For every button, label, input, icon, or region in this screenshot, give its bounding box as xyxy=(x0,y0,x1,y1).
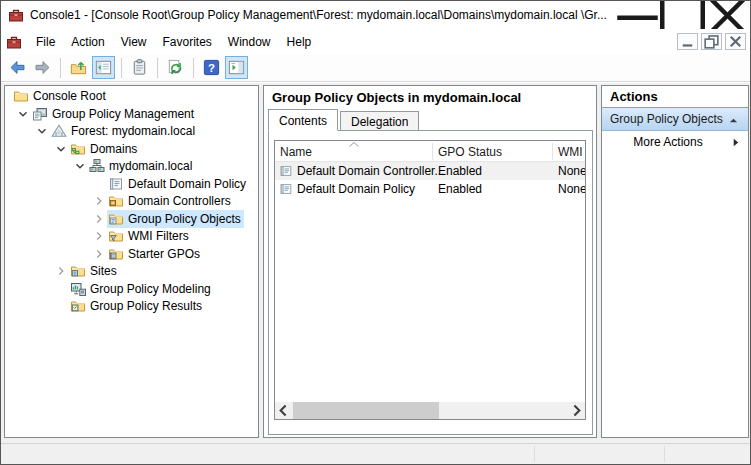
tree-item-body[interactable]: Domain Controllers xyxy=(107,192,234,210)
child-restore-button[interactable] xyxy=(701,33,722,50)
horizontal-scrollbar[interactable] xyxy=(275,402,585,419)
tree-item-body[interactable]: Sites xyxy=(69,262,120,280)
folder-results-icon xyxy=(70,298,86,314)
menu-view[interactable]: View xyxy=(113,32,155,52)
scroll-left-button[interactable] xyxy=(275,402,292,419)
status-bar xyxy=(1,443,750,464)
tree-item-body[interactable]: Default Domain Policy xyxy=(107,175,249,193)
collapse-group-icon[interactable] xyxy=(728,115,739,126)
tree-item-forest-mydomain-local[interactable]: Forest: mydomain.local xyxy=(5,123,258,140)
help-button[interactable]: ? xyxy=(200,56,223,79)
more-actions-item[interactable]: More Actions xyxy=(602,131,748,153)
cell-wmi: None xyxy=(558,182,586,196)
tree-item-body[interactable]: mydomain.local xyxy=(88,157,195,175)
selected-tree-item[interactable]: Group Policy Objects xyxy=(107,210,244,228)
results-pane: Group Policy Objects in mydomain.local C… xyxy=(263,85,597,438)
folder-ou-icon xyxy=(108,193,124,209)
tree-item-label: Starter GPOs xyxy=(128,246,200,262)
tree-item-wmi-filters[interactable]: WMI Filters xyxy=(5,228,258,245)
cell-name: Default Domain Policy xyxy=(297,182,415,196)
chevron-down-icon[interactable] xyxy=(53,141,69,157)
tree-item-body[interactable]: Console Root xyxy=(12,87,109,105)
refresh-button[interactable] xyxy=(164,56,187,79)
column-header-name[interactable]: Name xyxy=(280,145,312,159)
child-close-icon xyxy=(726,32,745,51)
back-button[interactable] xyxy=(6,56,29,79)
tree-item-body[interactable]: Group Policy Modeling xyxy=(69,280,214,298)
tree-item-body[interactable]: Group Policy Management xyxy=(31,105,197,123)
chevron-down-icon[interactable] xyxy=(72,158,88,174)
tree-item-body[interactable]: WMI Filters xyxy=(107,227,192,245)
main-area: Console RootGroup Policy ManagementFores… xyxy=(1,83,750,445)
clipboard-button[interactable] xyxy=(128,56,151,79)
chevron-down-icon[interactable] xyxy=(15,106,31,122)
tree-item-starter-gpos[interactable]: Starter GPOs xyxy=(5,246,258,263)
gpo-row-default-domain-policy[interactable]: Default Domain PolicyEnabledNone xyxy=(275,180,585,198)
modeling-icon xyxy=(70,281,86,297)
cell-gpo-status: Enabled xyxy=(438,164,482,178)
console-tree: Console RootGroup Policy ManagementFores… xyxy=(5,86,258,437)
menu-action[interactable]: Action xyxy=(63,32,112,52)
menu-help[interactable]: Help xyxy=(279,32,320,52)
column-divider[interactable] xyxy=(432,143,433,160)
up-one-level-button[interactable] xyxy=(67,56,90,79)
chevron-right-icon[interactable] xyxy=(91,228,107,244)
tree-item-group-policy-management[interactable]: Group Policy Management xyxy=(5,106,258,123)
gpm-icon xyxy=(32,106,48,122)
tree-item-domain-controllers[interactable]: Domain Controllers xyxy=(5,193,258,210)
tree-item-body[interactable]: Domains xyxy=(69,140,140,158)
scroll-right-icon xyxy=(568,402,585,419)
maximize-button[interactable] xyxy=(660,1,705,29)
help-icon: ? xyxy=(202,58,221,77)
tree-item-default-domain-policy[interactable]: Default Domain Policy xyxy=(5,176,258,193)
console-tree-button[interactable] xyxy=(92,56,115,79)
minimize-button[interactable] xyxy=(615,1,660,29)
column-header-gpo-status[interactable]: GPO Status xyxy=(438,145,502,159)
tree-item-body[interactable]: Group Policy Results xyxy=(69,297,205,315)
chevron-right-icon[interactable] xyxy=(53,263,69,279)
gpo-row-default-domain-controller[interactable]: Default Domain Controller...EnabledNone xyxy=(275,162,585,180)
tree-item-label: Default Domain Policy xyxy=(128,176,246,192)
mmc-app-icon xyxy=(8,7,24,23)
actions-group-label: Group Policy Objects xyxy=(610,112,723,126)
tab-delegation[interactable]: Delegation xyxy=(340,111,419,130)
tree-item-group-policy-objects[interactable]: Group Policy Objects xyxy=(5,211,258,228)
tree-item-mydomain-local[interactable]: mydomain.local xyxy=(5,158,258,175)
child-close-button[interactable] xyxy=(725,33,746,50)
child-minimize-button[interactable] xyxy=(677,33,698,50)
tree-item-console-root[interactable]: Console Root xyxy=(5,88,258,105)
menu-file[interactable]: File xyxy=(28,32,63,52)
actions-group-header[interactable]: Group Policy Objects xyxy=(602,108,748,131)
scroll-right-button[interactable] xyxy=(568,402,585,419)
child-minimize-icon xyxy=(678,32,697,51)
cell-name: Default Domain Controller... xyxy=(297,164,444,178)
tab-contents[interactable]: Contents xyxy=(268,109,338,131)
menu-window[interactable]: Window xyxy=(220,32,279,52)
child-restore-icon xyxy=(702,32,721,51)
tree-item-sites[interactable]: Sites xyxy=(5,263,258,280)
chevron-down-icon[interactable] xyxy=(34,123,50,139)
folder-wmi-icon xyxy=(108,228,124,244)
list-header: NameGPO StatusWMI xyxy=(275,141,585,162)
tree-item-group-policy-results[interactable]: Group Policy Results xyxy=(5,298,258,315)
close-button[interactable] xyxy=(705,1,750,29)
tree-item-label: Forest: mydomain.local xyxy=(71,123,195,139)
tree-item-body[interactable]: Forest: mydomain.local xyxy=(50,122,198,140)
tree-item-domains[interactable]: Domains xyxy=(5,141,258,158)
forward-button[interactable] xyxy=(31,56,54,79)
toolbar: ? xyxy=(1,54,750,82)
chevron-right-icon[interactable] xyxy=(91,193,107,209)
action-pane-button[interactable] xyxy=(225,56,248,79)
svg-text:?: ? xyxy=(208,62,215,74)
menu-favorites[interactable]: Favorites xyxy=(155,32,220,52)
chevron-right-icon[interactable] xyxy=(91,246,107,262)
scrollbar-thumb[interactable] xyxy=(293,402,439,419)
gpo-icon xyxy=(108,176,124,192)
chevron-right-icon[interactable] xyxy=(91,211,107,227)
column-divider[interactable] xyxy=(552,143,553,160)
tree-item-group-policy-modeling[interactable]: Group Policy Modeling xyxy=(5,281,258,298)
submenu-arrow-icon xyxy=(730,137,741,148)
column-header-wmi[interactable]: WMI xyxy=(558,145,583,159)
tree-item-body[interactable]: Starter GPOs xyxy=(107,245,203,263)
page-title: Group Policy Objects in mydomain.local xyxy=(272,90,521,105)
